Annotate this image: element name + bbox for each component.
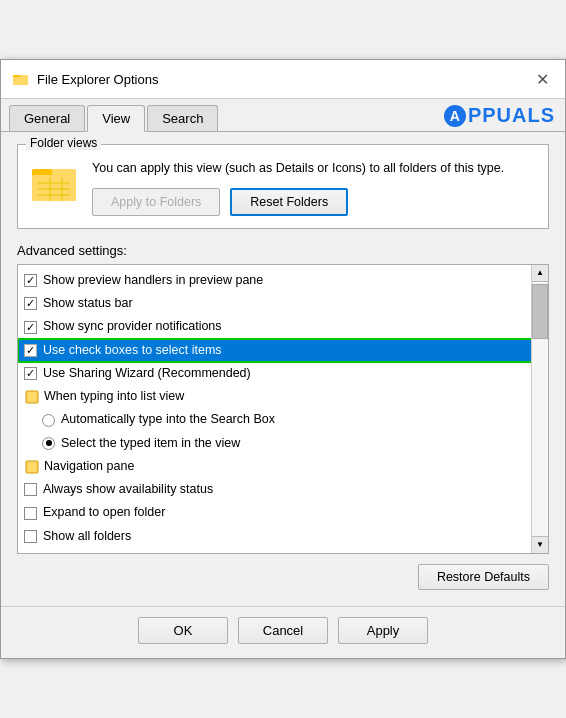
file-explorer-options-dialog: File Explorer Options ✕ General View Sea…: [0, 59, 566, 659]
folder-views-group: Folder views: [17, 144, 549, 229]
title-bar-left: File Explorer Options: [13, 71, 158, 87]
list-item[interactable]: Show libraries: [18, 548, 548, 554]
svg-rect-5: [32, 175, 76, 201]
checkbox-sharing-wizard[interactable]: [24, 367, 37, 380]
folder-views-right: You can apply this view (such as Details…: [92, 159, 504, 216]
restore-defaults-button[interactable]: Restore Defaults: [418, 564, 549, 590]
reset-folders-button[interactable]: Reset Folders: [230, 188, 348, 216]
list-item[interactable]: Automatically type into the Search Box: [18, 408, 548, 431]
apply-to-folders-button[interactable]: Apply to Folders: [92, 188, 220, 216]
checkbox-show-preview[interactable]: [24, 274, 37, 287]
dialog-buttons: OK Cancel Apply: [1, 606, 565, 658]
list-item-label: Expand to open folder: [43, 502, 165, 523]
folder-views-description: You can apply this view (such as Details…: [92, 159, 504, 178]
close-button[interactable]: ✕: [531, 68, 553, 90]
list-item-label: Show preview handlers in preview pane: [43, 270, 263, 291]
folder-views-title: Folder views: [26, 136, 101, 150]
list-item[interactable]: Expand to open folder: [18, 501, 548, 524]
svg-rect-2: [13, 77, 28, 85]
list-item-label: Show libraries: [43, 549, 122, 554]
title-bar: File Explorer Options ✕: [1, 60, 565, 99]
scroll-up-arrow[interactable]: ▲: [532, 265, 548, 282]
category-label: When typing into list view: [44, 386, 184, 407]
advanced-settings-listbox[interactable]: Show preview handlers in preview pane Sh…: [17, 264, 549, 554]
list-item[interactable]: Select the typed item in the view: [18, 432, 548, 455]
category-icon: [24, 459, 40, 475]
radio-auto-type[interactable]: [42, 414, 55, 427]
list-item-category: Navigation pane: [18, 455, 548, 478]
list-item-label: Use Sharing Wizard (Recommended): [43, 363, 251, 384]
ok-button[interactable]: OK: [138, 617, 228, 644]
folder-views-inner: You can apply this view (such as Details…: [30, 155, 536, 216]
scroll-track[interactable]: [532, 282, 548, 536]
list-item-label: Automatically type into the Search Box: [61, 409, 275, 430]
list-item-label: Always show availability status: [43, 479, 213, 500]
window-title: File Explorer Options: [37, 72, 158, 87]
checkbox-availability[interactable]: [24, 483, 37, 496]
checkbox-show-statusbar[interactable]: [24, 297, 37, 310]
list-item[interactable]: Use Sharing Wizard (Recommended): [18, 362, 548, 385]
checkbox-expand[interactable]: [24, 507, 37, 520]
window-icon: [13, 71, 29, 87]
category-label: Navigation pane: [44, 456, 134, 477]
list-item-label: Use check boxes to select items: [43, 340, 222, 361]
svg-rect-12: [26, 461, 38, 473]
tab-search[interactable]: Search: [147, 105, 218, 131]
list-item-label: Select the typed item in the view: [61, 433, 240, 454]
list-item-label: Show sync provider notifications: [43, 316, 222, 337]
list-item[interactable]: Show preview handlers in preview pane: [18, 269, 548, 292]
list-item[interactable]: Show status bar: [18, 292, 548, 315]
cancel-button[interactable]: Cancel: [238, 617, 328, 644]
checkbox-use-checkboxes[interactable]: [24, 344, 37, 357]
list-item[interactable]: Always show availability status: [18, 478, 548, 501]
list-item[interactable]: Show all folders: [18, 525, 548, 548]
scrollbar[interactable]: ▲ ▼: [531, 265, 548, 553]
category-icon: [24, 389, 40, 405]
folder-view-icon: [30, 159, 78, 207]
checkbox-show-sync[interactable]: [24, 321, 37, 334]
advanced-settings-section: Advanced settings: Show preview handlers…: [17, 243, 549, 554]
listbox-inner: Show preview handlers in preview pane Sh…: [18, 265, 548, 554]
tab-content: Folder views: [1, 132, 565, 606]
radio-select-typed[interactable]: [42, 437, 55, 450]
tab-view[interactable]: View: [87, 105, 145, 132]
list-item-category: When typing into list view: [18, 385, 548, 408]
list-item[interactable]: Show sync provider notifications: [18, 315, 548, 338]
checkbox-libraries[interactable]: [24, 553, 37, 554]
bottom-buttons: Restore Defaults: [17, 564, 549, 590]
checkbox-all-folders[interactable]: [24, 530, 37, 543]
list-item-selected[interactable]: Use check boxes to select items: [18, 339, 548, 362]
apply-button[interactable]: Apply: [338, 617, 428, 644]
svg-rect-11: [26, 391, 38, 403]
list-item-label: Show all folders: [43, 526, 131, 547]
tab-bar: General View Search: [1, 99, 565, 132]
scroll-down-arrow[interactable]: ▼: [532, 536, 548, 553]
folder-views-buttons: Apply to Folders Reset Folders: [92, 188, 504, 216]
scroll-thumb[interactable]: [532, 284, 548, 339]
advanced-settings-label: Advanced settings:: [17, 243, 549, 258]
tab-general[interactable]: General: [9, 105, 85, 131]
list-item-label: Show status bar: [43, 293, 133, 314]
